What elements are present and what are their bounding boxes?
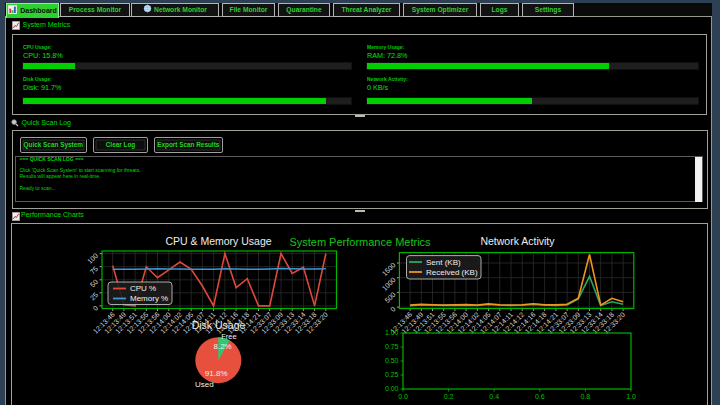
svg-text:100: 100 — [86, 252, 99, 265]
svg-text:CPU & Memory Usage: CPU & Memory Usage — [165, 235, 271, 247]
svg-text:Sent (KB): Sent (KB) — [426, 258, 461, 267]
svg-text:0.8: 0.8 — [581, 393, 591, 400]
svg-text:1000: 1000 — [381, 276, 397, 292]
svg-text:Received (KB): Received (KB) — [426, 268, 478, 277]
svg-text:System Performance Metrics: System Performance Metrics — [289, 236, 431, 248]
svg-text:1.00: 1.00 — [385, 329, 399, 336]
svg-text:1.0: 1.0 — [626, 393, 636, 400]
svg-text:0.25: 0.25 — [385, 371, 399, 378]
svg-text:Used: Used — [195, 380, 214, 389]
svg-text:25: 25 — [89, 291, 100, 302]
svg-text:0.2: 0.2 — [444, 393, 454, 400]
svg-text:Memory %: Memory % — [130, 294, 168, 303]
svg-text:0: 0 — [389, 305, 397, 313]
svg-text:50: 50 — [89, 278, 100, 289]
svg-text:Network Activity: Network Activity — [480, 235, 555, 247]
svg-text:500: 500 — [383, 291, 396, 304]
svg-text:91.8%: 91.8% — [205, 369, 228, 378]
svg-text:CPU %: CPU % — [130, 284, 156, 293]
svg-text:Disk Usage: Disk Usage — [192, 319, 246, 331]
svg-text:0: 0 — [91, 304, 99, 312]
svg-text:0.75: 0.75 — [385, 343, 399, 350]
svg-text:75: 75 — [89, 265, 100, 276]
svg-text:0.6: 0.6 — [535, 393, 545, 400]
svg-text:0.0: 0.0 — [398, 393, 408, 400]
svg-text:0.50: 0.50 — [385, 357, 399, 364]
svg-text:0.4: 0.4 — [489, 393, 499, 400]
svg-text:1500: 1500 — [381, 261, 397, 277]
svg-text:0.00: 0.00 — [385, 385, 399, 392]
svg-text:Free: Free — [221, 332, 236, 341]
svg-text:8.2%: 8.2% — [213, 342, 231, 351]
